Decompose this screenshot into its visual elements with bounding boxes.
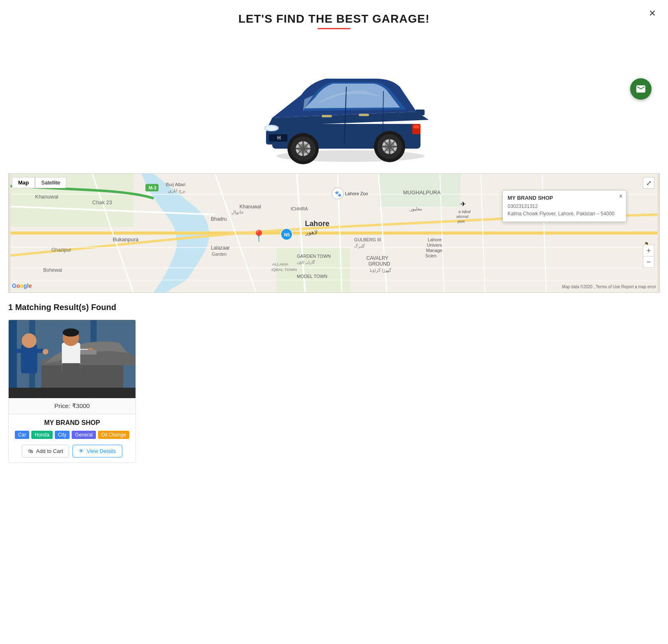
- svg-text:Khanuwal: Khanuwal: [35, 194, 58, 200]
- popup-shop-name: MY BRAND SHOP: [508, 195, 614, 201]
- svg-text:GARDEN TOWN: GARDEN TOWN: [297, 254, 331, 259]
- svg-text:Scien: Scien: [425, 253, 436, 258]
- popup-address: Kalma Chowk Flyover, Lahore, Pakistan – …: [508, 210, 614, 217]
- garage-card: Price: ₹3000 MY BRAND SHOP Car Honda Cit…: [8, 320, 136, 463]
- popup-close-button[interactable]: ×: [619, 193, 623, 200]
- svg-rect-107: [80, 350, 97, 355]
- svg-text:🐾: 🐾: [335, 191, 342, 197]
- card-shop-name: MY BRAND SHOP: [14, 419, 130, 427]
- svg-text:port: port: [458, 219, 465, 224]
- map-info-popup: × MY BRAND SHOP 03023131312 Kalma Chowk …: [502, 190, 626, 222]
- svg-text:Lahore: Lahore: [427, 237, 441, 242]
- email-fab-button[interactable]: [630, 78, 652, 100]
- map-tab-map[interactable]: Map: [12, 177, 35, 188]
- svg-text:a Iqbal: a Iqbal: [458, 209, 471, 214]
- svg-text:✈: ✈: [460, 201, 466, 208]
- email-icon: [635, 84, 646, 94]
- svg-text:Ghazipur: Ghazipur: [51, 247, 71, 253]
- svg-text:Lahore Zoo: Lahore Zoo: [345, 191, 368, 196]
- price-text: Price: ₹3000: [54, 402, 90, 409]
- map-section: M-3 N5 Lahore لاهور Bukanpura Ghazipur B…: [8, 173, 660, 293]
- svg-line-39: [297, 174, 305, 292]
- svg-text:گلبرگ: گلبرگ: [354, 244, 365, 249]
- view-details-label: View Details: [86, 448, 116, 454]
- svg-point-100: [42, 349, 48, 355]
- svg-text:گھوڑا گراؤنڈ: گھوڑا گراؤنڈ: [369, 268, 391, 273]
- svg-text:IQBAL TOWN: IQBAL TOWN: [271, 267, 297, 272]
- car-svg: H: [227, 46, 441, 165]
- svg-line-37: [92, 174, 133, 292]
- results-title: 1 Matching Result(s) Found: [8, 303, 660, 312]
- results-section: 1 Matching Result(s) Found: [0, 293, 668, 479]
- svg-text:Lalazaar: Lalazaar: [211, 245, 230, 251]
- svg-text:ICHHRA: ICHHRA: [291, 206, 308, 211]
- svg-point-6: [266, 126, 277, 131]
- card-price: Price: ₹3000: [9, 398, 135, 414]
- svg-text:CAVALRY: CAVALRY: [366, 255, 388, 261]
- svg-text:Lahore: Lahore: [305, 219, 329, 228]
- svg-rect-96: [21, 345, 37, 373]
- svg-rect-32: [378, 174, 460, 206]
- tag-car: Car: [15, 431, 29, 439]
- svg-line-36: [10, 206, 215, 215]
- svg-text:Manage: Manage: [426, 248, 442, 253]
- svg-text:Chak 23: Chak 23: [92, 199, 112, 205]
- svg-point-97: [22, 333, 37, 348]
- svg-rect-49: [145, 184, 159, 191]
- map-attribution: Map data ©2020 , Terms of Use Report a m…: [562, 285, 656, 289]
- garage-card-image: [9, 320, 135, 398]
- zoom-out-button[interactable]: −: [643, 256, 654, 268]
- svg-text:Bohewal: Bohewal: [43, 267, 62, 273]
- tag-general: General: [72, 431, 96, 439]
- svg-rect-108: [9, 388, 135, 398]
- svg-text:خانوال: خانوال: [231, 210, 244, 215]
- svg-rect-12: [322, 115, 332, 117]
- popup-phone: 03023131312: [508, 203, 614, 210]
- page-header: LET'S FIND THE BEST GARAGE!: [0, 0, 668, 33]
- view-details-button[interactable]: 👁 View Details: [72, 445, 122, 457]
- svg-line-38: [215, 174, 256, 292]
- zoom-controls: + −: [643, 245, 654, 268]
- svg-rect-29: [416, 110, 425, 115]
- svg-text:GULBERG III: GULBERG III: [354, 237, 381, 242]
- svg-text:MODEL TOWN: MODEL TOWN: [297, 274, 327, 279]
- svg-text:GROUND: GROUND: [368, 261, 390, 267]
- map-tabs: Map Satellite: [12, 177, 66, 188]
- svg-point-51: [281, 229, 292, 240]
- add-to-cart-label: Add to Cart: [36, 448, 63, 454]
- page-title: LET'S FIND THE BEST GARAGE!: [0, 12, 668, 26]
- svg-text:Garden: Garden: [212, 252, 227, 257]
- svg-rect-98: [15, 349, 23, 353]
- car-image: H: [227, 46, 441, 165]
- map-location-pin[interactable]: 📍: [252, 229, 266, 243]
- svg-text:Bukanpura: Bukanpura: [113, 236, 139, 243]
- svg-text:Burj Attari: Burj Attari: [166, 182, 185, 187]
- svg-text:Univers: Univers: [427, 243, 442, 247]
- svg-rect-102: [62, 363, 80, 378]
- svg-text:N5: N5: [284, 232, 290, 237]
- close-button[interactable]: ×: [649, 7, 656, 19]
- svg-text:M-3: M-3: [149, 185, 156, 190]
- add-to-cart-button[interactable]: 🛍 Add to Cart: [22, 445, 69, 457]
- svg-text:Bhadru: Bhadru: [211, 216, 227, 222]
- fullscreen-button[interactable]: ⤢: [643, 177, 654, 189]
- tag-oilchange: Oil Change: [98, 431, 129, 439]
- map-tab-satellite[interactable]: Satellite: [35, 177, 66, 188]
- svg-text:ALLAMA: ALLAMA: [272, 262, 289, 266]
- tag-honda: Honda: [31, 431, 52, 439]
- card-body: MY BRAND SHOP Car Honda City General Oil…: [9, 414, 135, 462]
- svg-point-84: [332, 188, 343, 199]
- car-image-section: H: [0, 33, 668, 173]
- svg-text:Khanuwal: Khanuwal: [240, 204, 261, 210]
- eye-icon: 👁: [79, 448, 84, 454]
- svg-line-40: [338, 174, 342, 292]
- card-actions: 🛍 Add to Cart 👁 View Details: [14, 445, 130, 457]
- svg-rect-92: [9, 320, 17, 398]
- card-tags: Car Honda City General Oil Change: [14, 431, 130, 439]
- svg-line-41: [378, 174, 387, 292]
- title-underline: [318, 28, 350, 29]
- svg-text:گارڈن ٹاؤن: گارڈن ٹاؤن: [297, 260, 315, 265]
- zoom-in-button[interactable]: +: [643, 245, 654, 256]
- svg-text:برج اتاری: برج اتاری: [168, 188, 185, 194]
- svg-point-104: [63, 328, 79, 336]
